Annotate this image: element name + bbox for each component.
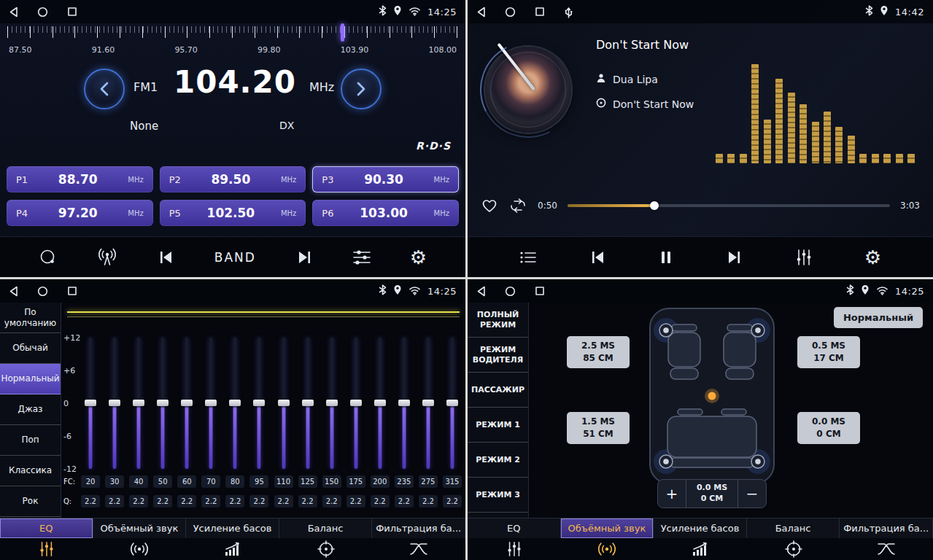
eq-band-slider[interactable] xyxy=(395,338,414,469)
back-button[interactable] xyxy=(476,7,486,18)
eq-slider-thumb[interactable] xyxy=(422,400,434,406)
delay-chip-rear-right[interactable]: 0.0 MS0 CM xyxy=(797,412,860,444)
back-button[interactable] xyxy=(9,7,18,18)
bass-boost-tab-icon[interactable] xyxy=(654,538,747,560)
soundfield-mode[interactable]: РЕЖИМ 2 xyxy=(468,443,528,478)
eq-slider-thumb[interactable] xyxy=(205,400,217,406)
eq-slider-thumb[interactable] xyxy=(229,400,241,406)
eq-preset-option[interactable]: Поп xyxy=(0,425,61,456)
settings-button[interactable]: ⚙ xyxy=(410,248,427,267)
eq-band-slider[interactable] xyxy=(201,338,220,469)
audio-tab-3[interactable]: Баланс xyxy=(279,518,373,538)
delay-chip-rear-left[interactable]: 1.5 MS51 CM xyxy=(567,412,630,444)
eq-preset-option[interactable]: Обычай xyxy=(0,333,61,364)
home-button[interactable] xyxy=(37,7,48,18)
audio-settings-button[interactable] xyxy=(795,249,813,266)
bass-boost-tab-icon[interactable] xyxy=(186,538,279,560)
audio-tab-0[interactable]: EQ xyxy=(0,518,93,538)
audio-tab-1[interactable]: Объёмный звук xyxy=(561,518,654,538)
eq-slider-thumb[interactable] xyxy=(157,400,169,406)
eq-band-slider[interactable] xyxy=(81,338,100,469)
eq-slider-thumb[interactable] xyxy=(302,400,314,406)
recents-button[interactable] xyxy=(67,286,77,296)
eq-preset-option[interactable]: Джаз xyxy=(0,394,61,425)
previous-track-button[interactable] xyxy=(589,250,608,265)
eq-preset-option[interactable]: По умолчанию xyxy=(0,303,61,333)
audio-tab-4[interactable]: Фильтрация ба... xyxy=(372,518,465,538)
audio-tab-1[interactable]: Объёмный звук xyxy=(93,518,187,538)
eq-band-slider[interactable] xyxy=(443,338,462,469)
pause-button[interactable] xyxy=(659,250,673,265)
eq-slider-thumb[interactable] xyxy=(133,400,144,406)
recents-button[interactable] xyxy=(535,286,545,296)
soundfield-mode[interactable]: РЕЖИМ 3 xyxy=(468,478,528,513)
eq-slider-thumb[interactable] xyxy=(85,400,96,406)
recents-button[interactable] xyxy=(535,7,545,17)
balance-tab-icon[interactable] xyxy=(279,538,373,560)
radio-preset-p4[interactable]: P497.20MHz xyxy=(7,200,153,226)
next-track-button[interactable] xyxy=(724,250,743,265)
filter-tab-icon[interactable] xyxy=(840,538,933,560)
eq-slider-thumb[interactable] xyxy=(350,400,362,406)
equalizer-shortcut-button[interactable] xyxy=(352,249,371,266)
playlist-button[interactable] xyxy=(519,250,537,265)
radio-preset-p2[interactable]: P289.50MHz xyxy=(160,166,306,192)
eq-slider-thumb[interactable] xyxy=(398,400,410,406)
eq-band-slider[interactable] xyxy=(419,338,438,469)
delay-decrease-button[interactable]: − xyxy=(738,480,766,508)
eq-band-slider[interactable] xyxy=(298,338,317,469)
soundfield-mode[interactable]: ПАССАЖИР xyxy=(468,373,528,408)
audio-tab-2[interactable]: Усиление басов xyxy=(186,518,279,538)
back-button[interactable] xyxy=(9,286,18,297)
favorite-button[interactable] xyxy=(481,198,498,214)
eq-band-slider[interactable] xyxy=(153,338,172,469)
eq-band-slider[interactable] xyxy=(274,338,293,469)
settings-button[interactable]: ⚙ xyxy=(864,248,881,267)
balance-tab-icon[interactable] xyxy=(747,538,840,560)
frequency-dial[interactable]: 87.5091.6095.7099.80103.90108.00 xyxy=(7,26,458,61)
progress-thumb[interactable] xyxy=(650,201,659,210)
eq-preset-option[interactable]: Нормальный xyxy=(0,364,61,394)
eq-band-slider[interactable] xyxy=(105,338,124,469)
home-button[interactable] xyxy=(505,286,516,297)
eq-slider-thumb[interactable] xyxy=(181,400,193,406)
audio-tab-2[interactable]: Усиление басов xyxy=(654,518,747,538)
seek-next-button[interactable] xyxy=(295,250,314,265)
audio-tab-4[interactable]: Фильтрация ба... xyxy=(840,518,933,538)
filter-tab-icon[interactable] xyxy=(372,538,465,560)
radio-preset-p5[interactable]: P5102.50MHz xyxy=(160,200,306,226)
surround-tab-icon[interactable] xyxy=(561,538,654,560)
eq-preset-option[interactable]: Классика xyxy=(0,456,61,486)
eq-band-slider[interactable] xyxy=(322,338,341,469)
delay-chip-front-right[interactable]: 0.5 MS17 CM xyxy=(797,336,860,368)
back-button[interactable] xyxy=(476,286,486,297)
eq-band-slider[interactable] xyxy=(371,338,390,469)
eq-slider-thumb[interactable] xyxy=(278,400,290,406)
surround-tab-icon[interactable] xyxy=(93,538,187,560)
soundfield-mode[interactable]: РЕЖИМ ВОДИТЕЛЯ xyxy=(468,338,528,373)
eq-band-slider[interactable] xyxy=(177,338,196,469)
seek-previous-button[interactable] xyxy=(157,250,176,265)
radio-preset-p3[interactable]: P390.30MHz xyxy=(312,166,459,192)
sound-preset-button[interactable]: Нормальный xyxy=(834,307,923,328)
eq-preset-option[interactable]: Рок xyxy=(0,486,61,517)
delay-chip-front-left[interactable]: 2.5 MS85 CM xyxy=(567,336,630,368)
band-button[interactable]: BAND xyxy=(214,250,256,265)
tune-down-button[interactable] xyxy=(84,69,125,109)
broadcast-antenna-button[interactable] xyxy=(96,248,118,267)
dial-pointer[interactable] xyxy=(341,23,344,42)
tune-up-button[interactable] xyxy=(341,69,382,109)
scan-button[interactable] xyxy=(39,248,58,267)
home-button[interactable] xyxy=(37,286,48,297)
home-button[interactable] xyxy=(505,7,516,18)
soundfield-mode[interactable]: ПОЛНЫЙ РЕЖИМ xyxy=(468,303,528,338)
eq-slider-thumb[interactable] xyxy=(374,400,386,406)
eq-slider-thumb[interactable] xyxy=(326,400,338,406)
eq-slider-thumb[interactable] xyxy=(253,400,265,406)
audio-tab-0[interactable]: EQ xyxy=(468,518,561,538)
eq-band-slider[interactable] xyxy=(249,338,268,469)
radio-preset-p1[interactable]: P188.70MHz xyxy=(7,166,153,192)
eq-band-slider[interactable] xyxy=(129,338,148,469)
delay-increase-button[interactable]: + xyxy=(658,480,686,508)
recents-button[interactable] xyxy=(67,7,77,17)
